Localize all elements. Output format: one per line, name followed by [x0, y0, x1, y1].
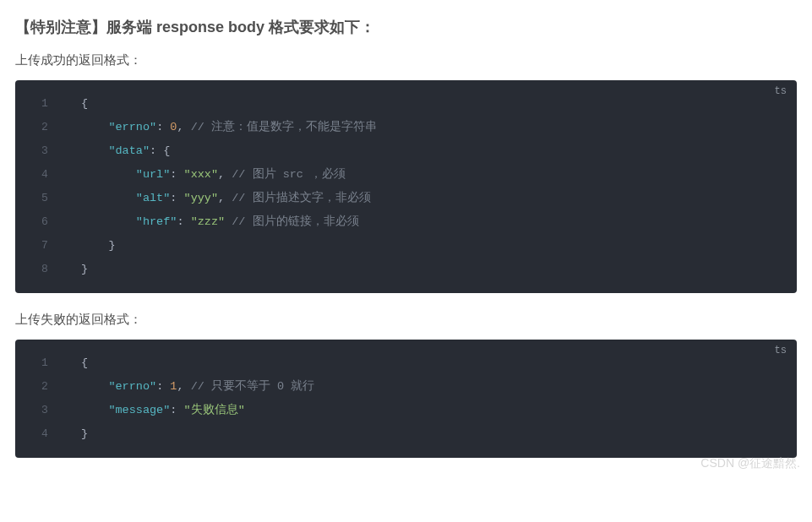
- line-number: 8: [15, 258, 74, 281]
- json-key: "message": [108, 404, 170, 416]
- brace: {: [81, 356, 88, 369]
- brace: : {: [150, 144, 170, 157]
- line-number: 1: [15, 351, 74, 375]
- json-key: "errno": [108, 380, 156, 393]
- json-key: "href": [136, 215, 177, 228]
- comma: ,: [177, 380, 190, 393]
- json-key: "alt": [136, 192, 171, 204]
- line-number: 5: [15, 187, 74, 210]
- brace: {: [81, 97, 88, 110]
- code-content[interactable]: { "errno": 0, // 注意：值是数字，不能是字符串 "data": …: [74, 80, 797, 293]
- comma: ,: [218, 192, 232, 204]
- watermark: CSDN @征途黯然.: [700, 456, 800, 471]
- code-block-failure: ts 1 2 3 4 { "errno": 1, // 只要不等于 0 就行 "…: [15, 340, 797, 458]
- colon: :: [156, 121, 170, 133]
- json-string: "yyy": [184, 192, 219, 204]
- line-gutter: 1 2 3 4 5 6 7 8: [15, 80, 74, 293]
- lang-badge: ts: [775, 345, 787, 356]
- line-number: 6: [15, 210, 74, 234]
- json-string: "失败信息": [184, 404, 245, 416]
- colon: :: [170, 192, 183, 204]
- indent: [81, 168, 136, 181]
- indent: [81, 144, 108, 157]
- section2-title: 上传失败的返回格式：: [15, 312, 797, 328]
- colon: :: [156, 380, 170, 393]
- json-key: "errno": [108, 121, 156, 133]
- comment: // 图片描述文字，非必须: [232, 192, 370, 204]
- json-key: "url": [136, 168, 171, 181]
- indent: [81, 121, 108, 133]
- line-number: 4: [15, 163, 74, 187]
- indent: [81, 404, 108, 416]
- comment: // 图片 src ，必须: [232, 168, 346, 181]
- comment: // 注意：值是数字，不能是字符串: [191, 121, 377, 133]
- section1-title: 上传成功的返回格式：: [15, 52, 797, 68]
- lang-badge: ts: [775, 85, 787, 97]
- line-number: 3: [15, 399, 74, 422]
- brace: }: [81, 263, 88, 275]
- json-string: "xxx": [184, 168, 219, 181]
- colon: :: [177, 215, 190, 228]
- line-number: 4: [15, 422, 74, 446]
- comma: ,: [218, 168, 232, 181]
- code-block-success: ts 1 2 3 4 5 6 7 8 { "errno": 0, // 注意：值…: [15, 80, 797, 293]
- comment: // 图片的链接，非必须: [232, 215, 358, 228]
- json-string: "zzz": [191, 215, 226, 228]
- page-heading: 【特别注意】服务端 response body 格式要求如下：: [15, 17, 797, 37]
- indent: [81, 215, 136, 228]
- line-number: 7: [15, 234, 74, 258]
- line-gutter: 1 2 3 4: [15, 340, 74, 458]
- indent: [81, 380, 108, 393]
- line-number: 3: [15, 139, 74, 163]
- comma: ,: [177, 121, 190, 133]
- brace: }: [81, 239, 116, 252]
- colon: :: [170, 168, 183, 181]
- json-key: "data": [108, 144, 150, 157]
- code-content[interactable]: { "errno": 1, // 只要不等于 0 就行 "message": "…: [74, 340, 797, 458]
- comment: // 只要不等于 0 就行: [191, 380, 315, 393]
- colon: :: [170, 404, 183, 416]
- line-number: 2: [15, 375, 74, 399]
- line-number: 1: [15, 92, 74, 116]
- brace: }: [81, 427, 88, 440]
- line-number: 2: [15, 116, 74, 139]
- indent: [81, 192, 136, 204]
